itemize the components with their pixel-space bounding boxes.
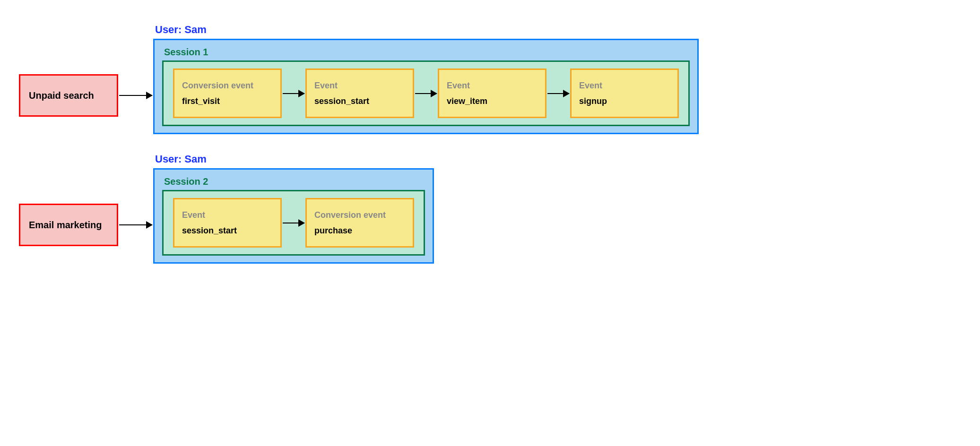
user-box: Session 2 Event session_start Conversion… [153, 168, 434, 264]
session-title: Session 1 [164, 47, 690, 58]
traffic-source-label: Email marketing [29, 220, 102, 231]
event-name: view_item [447, 96, 538, 106]
arrow-icon [119, 95, 152, 96]
arrow-icon [283, 93, 304, 94]
event-name: first_visit [182, 96, 273, 106]
event-box: Event view_item [438, 69, 546, 118]
user-block: User: Sam Session 2 Event session_start … [153, 153, 434, 264]
event-name: session_start [314, 96, 405, 106]
event-type: Event [447, 81, 538, 91]
traffic-source-label: Unpaid search [29, 90, 94, 101]
event-name: purchase [314, 226, 405, 236]
arrow-icon [119, 224, 152, 225]
user-title: User: Sam [155, 153, 434, 165]
event-box: Event signup [570, 69, 679, 118]
event-box: Conversion event purchase [305, 198, 414, 248]
event-box: Event session_start [305, 69, 414, 118]
user-block: User: Sam Session 1 Conversion event fir… [153, 24, 699, 134]
event-type: Conversion event [182, 81, 273, 91]
traffic-source-box: Email marketing [19, 204, 118, 246]
user-title: User: Sam [155, 24, 699, 36]
flow-row: Email marketing User: Sam Session 2 Even… [19, 153, 961, 264]
event-name: signup [579, 96, 670, 106]
session-title: Session 2 [164, 176, 425, 187]
session-inner: Event session_start Conversion event pur… [173, 198, 414, 248]
session-box: Conversion event first_visit Event sessi… [162, 60, 690, 126]
event-type: Conversion event [314, 210, 405, 220]
arrow-icon [283, 223, 304, 223]
session-inner: Conversion event first_visit Event sessi… [173, 69, 679, 118]
event-box: Conversion event first_visit [173, 69, 282, 118]
event-name: session_start [182, 226, 273, 236]
user-box: Session 1 Conversion event first_visit E… [153, 39, 699, 134]
arrow-icon [415, 93, 437, 94]
flow-row: Unpaid search User: Sam Session 1 Conver… [19, 24, 961, 134]
session-box: Event session_start Conversion event pur… [162, 190, 425, 256]
event-type: Event [314, 81, 405, 91]
event-box: Event session_start [173, 198, 282, 248]
event-type: Event [182, 210, 273, 220]
traffic-source-box: Unpaid search [19, 74, 118, 117]
arrow-icon [547, 93, 569, 94]
event-type: Event [579, 81, 670, 91]
